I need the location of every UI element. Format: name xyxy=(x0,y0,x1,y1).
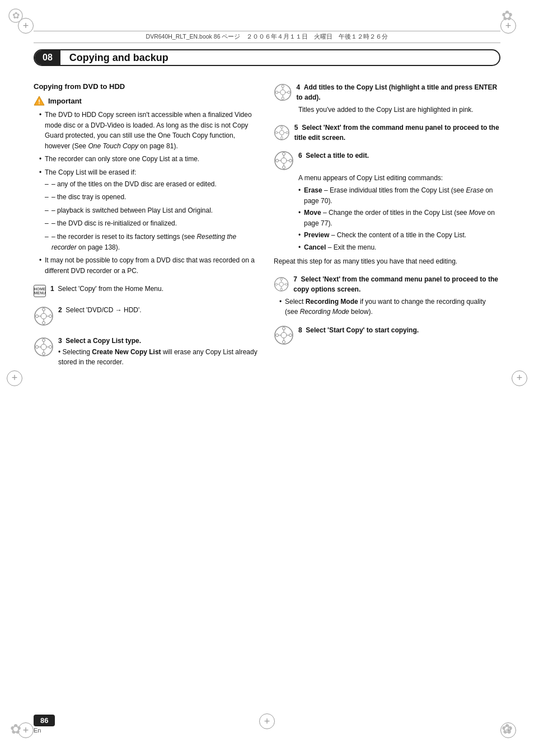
remote-icon-8 xyxy=(274,325,294,345)
svg-point-38 xyxy=(279,130,284,135)
left-column: Copying from DVD to HDD ! Important The … xyxy=(34,76,260,700)
remote-icon-4 xyxy=(274,82,292,102)
step6-text: 6 Select a title to edit. xyxy=(298,151,369,161)
step3-sub: • Selecting Create New Copy List will er… xyxy=(58,347,260,367)
main-content: Copying from DVD to HDD ! Important The … xyxy=(34,76,500,700)
svg-point-71 xyxy=(276,334,279,336)
home-menu-icon: HOMEMENU xyxy=(34,285,46,297)
svg-point-10 xyxy=(43,322,45,325)
page-lang: En xyxy=(34,727,55,734)
svg-point-22 xyxy=(49,346,52,349)
step5-text: 5 Select 'Next' from the command menu pa… xyxy=(294,123,500,143)
reg-mark-right-mid xyxy=(512,370,527,386)
svg-point-8 xyxy=(41,313,46,319)
svg-point-28 xyxy=(280,90,285,95)
svg-point-49 xyxy=(283,153,285,156)
erased-sub-1: – any of the titles on the DVD disc are … xyxy=(45,179,260,190)
svg-point-40 xyxy=(280,137,283,139)
svg-text:✿: ✿ xyxy=(502,8,513,23)
step2-content: 2 Select 'DVD/CD → HDD'. xyxy=(58,305,260,315)
remote-icon-5 xyxy=(274,123,290,143)
bullet-3: The Copy List will be erased if: – any o… xyxy=(39,167,260,252)
corner-decor-tr: ✿ xyxy=(496,4,530,38)
erased-sub-5: – the recorder is reset to its factory s… xyxy=(45,232,260,252)
svg-point-60 xyxy=(280,288,283,290)
step6-body: A menu appears of Copy List editing comm… xyxy=(274,173,500,183)
svg-point-42 xyxy=(286,132,288,134)
bullet-1: The DVD to HDD Copy screen isn't accessi… xyxy=(39,110,260,151)
svg-point-30 xyxy=(282,97,284,100)
step6-bullets: Erase – Erase individual titles from the… xyxy=(274,185,500,253)
svg-point-68 xyxy=(281,332,287,338)
svg-point-70 xyxy=(283,340,285,343)
step7-bullets: Select Recording Mode if you want to cha… xyxy=(274,297,500,317)
step-7: 7 Select 'Next' from the command menu pa… xyxy=(274,274,500,317)
important-header: ! Important xyxy=(34,95,260,106)
right-column: 4 Add titles to the Copy List (highlight… xyxy=(274,76,500,700)
step6-bullet-move: Move – Change the order of titles in the… xyxy=(298,208,500,228)
svg-point-19 xyxy=(43,339,45,342)
page-number: 86 xyxy=(34,715,55,726)
step6-bullet-cancel: Cancel – Exit the menu. xyxy=(298,242,500,253)
remote-icon-6 xyxy=(274,151,294,171)
svg-point-62 xyxy=(285,283,288,285)
step3-content: 3 Select a Copy List type. • Selecting C… xyxy=(58,336,260,367)
svg-point-29 xyxy=(282,85,284,87)
step8-header-row: 8 Select 'Start Copy' to start copying. xyxy=(274,325,500,345)
step-4: 4 Add titles to the Copy List (highlight… xyxy=(274,82,500,115)
step3-label: 3 Select a Copy List type. xyxy=(58,336,260,346)
svg-point-7 xyxy=(35,307,53,325)
bullet-2: The recorder can only store one Copy Lis… xyxy=(39,154,260,165)
step1-content: 1 Select 'Copy' from the Home Menu. xyxy=(50,284,260,294)
svg-point-59 xyxy=(280,278,283,280)
svg-point-58 xyxy=(279,282,284,287)
reg-mark-bottom-mid xyxy=(259,713,275,729)
chapter-title: Copying and backup xyxy=(60,52,168,64)
step7-header-row: 7 Select 'Next' from the command menu pa… xyxy=(274,274,500,294)
step-3: 3 Select a Copy List type. • Selecting C… xyxy=(34,336,260,367)
chapter-header: 08 Copying and backup xyxy=(34,49,500,66)
important-box: ! Important The DVD to HDD Copy screen i… xyxy=(34,95,260,276)
step6-bullet-erase: Erase – Erase individual titles from the… xyxy=(298,185,500,206)
important-bullet-list: The DVD to HDD Copy screen isn't accessi… xyxy=(34,110,260,276)
svg-point-61 xyxy=(275,283,278,285)
reg-mark-left-mid xyxy=(7,370,22,386)
svg-point-32 xyxy=(288,91,290,93)
page-number-box: 86 En xyxy=(34,715,55,734)
remote-icon-7 xyxy=(274,274,289,294)
svg-point-17 xyxy=(35,338,53,356)
svg-text:✿: ✿ xyxy=(10,721,21,736)
corner-decor-tl: ✿ xyxy=(4,4,38,38)
svg-point-48 xyxy=(281,158,287,163)
svg-point-57 xyxy=(275,277,288,290)
step2-label: 2 Select 'DVD/CD → HDD'. xyxy=(58,305,260,315)
step6-header-row: 6 Select a title to edit. xyxy=(274,151,500,171)
svg-point-20 xyxy=(43,353,45,355)
top-info-bar: DVR640H_RLT_EN.book 86 ページ ２００６年４月１１日 火曜… xyxy=(34,31,500,43)
svg-text:✿: ✿ xyxy=(12,11,20,20)
erased-sub-4: – the DVD disc is re-initialized or fina… xyxy=(45,218,260,229)
svg-point-50 xyxy=(283,166,285,169)
step-1: HOMEMENU 1 Select 'Copy' from the Home M… xyxy=(34,284,260,297)
erased-sub-3: – playback is switched between Play List… xyxy=(45,205,260,216)
remote-icon-3 xyxy=(34,337,54,357)
bullet-4: It may not be possible to copy from a DV… xyxy=(39,255,260,276)
step6-repeat: Repeat this step for as many titles you … xyxy=(274,256,500,266)
step-8: 8 Select 'Start Copy' to start copying. xyxy=(274,325,500,345)
svg-point-41 xyxy=(275,132,278,134)
step-6: 6 Select a title to edit. A menu appears… xyxy=(274,151,500,266)
step3-icon xyxy=(34,337,54,359)
svg-point-18 xyxy=(41,344,46,350)
step1-label: 1 Select 'Copy' from the Home Menu. xyxy=(50,284,260,294)
svg-text:✿: ✿ xyxy=(502,721,513,736)
step1-icon: HOMEMENU xyxy=(34,285,46,297)
svg-point-67 xyxy=(275,326,293,344)
step8-text: 8 Select 'Start Copy' to start copying. xyxy=(298,325,419,335)
step5-header-row: 5 Select 'Next' from the command menu pa… xyxy=(274,123,500,143)
svg-point-51 xyxy=(276,159,279,162)
corner-decor-br: ✿ xyxy=(496,718,530,752)
erased-sub-2: – the disc tray is opened. xyxy=(45,192,260,203)
warning-icon: ! xyxy=(34,95,45,106)
erased-sub-list: – any of the titles on the DVD disc are … xyxy=(45,179,260,253)
step-2: 2 Select 'DVD/CD → HDD'. xyxy=(34,305,260,328)
